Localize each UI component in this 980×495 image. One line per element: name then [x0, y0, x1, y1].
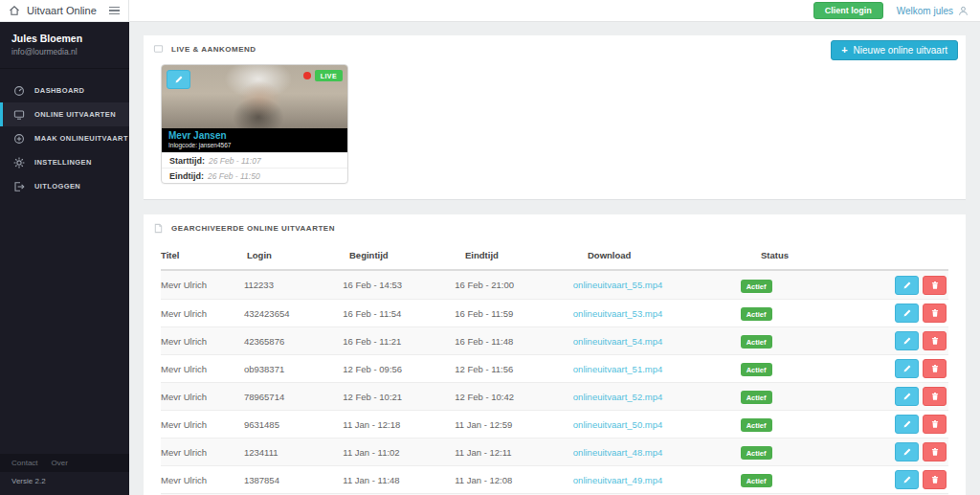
cell-login: 9631485 — [244, 419, 343, 430]
status-badge: Actief — [741, 474, 772, 487]
delete-button[interactable] — [923, 359, 947, 378]
user-block: Jules Bloemen info@lourmedia.nl — [0, 22, 129, 69]
plus-circle-icon — [13, 133, 25, 145]
delete-button[interactable] — [923, 331, 947, 350]
stream-thumbnail: LIVE — [162, 65, 347, 128]
stream-title: Mevr Jansen — [168, 130, 341, 141]
trash-icon — [930, 419, 940, 429]
column-header-login: Login — [247, 250, 349, 260]
delete-button[interactable] — [923, 387, 947, 406]
sign-out-icon — [13, 181, 25, 192]
sidebar-item-maak-onlineuitvaart[interactable]: MAAK ONLINEUITVAART — [0, 126, 129, 150]
status-badge: Actief — [741, 335, 772, 349]
start-time-row: Starttijd: 26 Feb - 11:07 — [162, 152, 347, 168]
stream-caption: Mevr Jansen Inlogcode: jansen4567 — [162, 128, 347, 152]
delete-button[interactable] — [923, 470, 947, 489]
pencil-icon — [902, 475, 912, 484]
sidebar-item-uitloggen[interactable]: UITLOGGEN — [0, 174, 129, 198]
download-link[interactable]: onlineuitvaart_53.mp4 — [573, 308, 662, 319]
trash-icon — [930, 475, 940, 484]
menu-toggle-icon[interactable] — [109, 7, 120, 15]
main-content: LIVE & AANKOMEND + Nieuwe online uitvaar… — [129, 22, 980, 495]
cell-begintijd: 16 Feb - 11:21 — [343, 336, 455, 347]
plus-icon: + — [841, 45, 847, 56]
sidebar-item-label: DASHBOARD — [34, 86, 84, 95]
user-menu[interactable]: Welkom jules — [897, 6, 969, 16]
delete-button[interactable] — [923, 415, 947, 434]
end-time-value: 26 Feb - 11:50 — [208, 171, 260, 181]
cell-login: 1234111 — [244, 447, 343, 458]
table-row: Mevr Ulrich ob938371 12 Feb - 09:56 12 F… — [161, 354, 948, 382]
download-link[interactable]: onlineuitvaart_49.mp4 — [573, 475, 662, 485]
new-online-uitvaart-button[interactable]: + Nieuwe online uitvaart — [831, 40, 958, 60]
footer-link-over[interactable]: Over — [52, 459, 68, 467]
cell-eindtijd: 11 Jan - 12:59 — [455, 419, 573, 430]
sidebar-item-instellingen[interactable]: INSTELLINGEN — [0, 150, 129, 174]
cell-titel: Mevr Ulrich — [161, 280, 244, 290]
delete-button[interactable] — [923, 304, 947, 323]
edit-button[interactable] — [895, 470, 919, 489]
status-badge: Actief — [741, 307, 772, 321]
pencil-icon — [902, 336, 912, 346]
pencil-icon — [902, 308, 912, 318]
cell-begintijd: 11 Jan - 11:02 — [343, 447, 455, 458]
archive-panel-title: GEARCHIVEERDE ONLINE UITVAARTEN — [171, 224, 335, 233]
pencil-icon — [902, 281, 912, 290]
end-time-row: Eindtijd: 26 Feb - 11:50 — [162, 168, 347, 183]
app-title: Uitvaart Online — [27, 5, 97, 16]
monitor-icon — [13, 109, 25, 121]
edit-button[interactable] — [895, 276, 919, 295]
status-badge: Actief — [741, 418, 772, 432]
cell-eindtijd: 11 Jan - 12:11 — [455, 447, 573, 458]
trash-icon — [930, 447, 940, 457]
download-link[interactable]: onlineuitvaart_48.mp4 — [573, 447, 662, 458]
cell-begintijd: 12 Feb - 10:21 — [343, 392, 455, 402]
trash-icon — [930, 281, 940, 290]
status-badge: Actief — [741, 446, 772, 460]
download-link[interactable]: onlineuitvaart_55.mp4 — [573, 280, 662, 290]
pencil-icon — [902, 392, 912, 401]
edit-button[interactable] — [895, 442, 919, 461]
file-icon — [153, 223, 164, 234]
cell-titel: Mevr Ulrich — [161, 419, 244, 430]
person-icon — [958, 6, 969, 16]
download-link[interactable]: onlineuitvaart_50.mp4 — [573, 419, 662, 430]
download-link[interactable]: onlineuitvaart_52.mp4 — [573, 392, 662, 402]
sidebar-item-online-uitvaarten[interactable]: ONLINE UITVAARTEN — [0, 102, 129, 126]
live-panel: LIVE & AANKOMEND + Nieuwe online uitvaar… — [144, 35, 966, 200]
cell-titel: Mevr Ulrich — [161, 364, 244, 374]
cell-begintijd: 11 Jan - 11:48 — [343, 475, 455, 485]
download-link[interactable]: onlineuitvaart_51.mp4 — [573, 364, 662, 374]
version-label: Versie 2.2 — [0, 472, 129, 495]
archive-table: TitelLoginBegintijdEindtijdDownloadStatu… — [144, 240, 966, 495]
cell-begintijd: 11 Jan - 12:18 — [343, 419, 455, 430]
footer-link-contact[interactable]: Contact — [11, 459, 38, 467]
sidebar-item-dashboard[interactable]: DASHBOARD — [0, 79, 129, 102]
edit-button[interactable] — [895, 415, 919, 434]
cell-titel: Mevr Ulrich — [161, 447, 244, 458]
home-icon — [9, 5, 20, 16]
brand-area: Uitvaart Online — [0, 0, 129, 21]
column-header-titel: Titel — [161, 250, 247, 260]
download-link[interactable]: onlineuitvaart_54.mp4 — [573, 336, 662, 347]
table-row: Mevr Ulrich 1387854 11 Jan - 11:48 11 Ja… — [161, 465, 948, 493]
sidebar-footer: ContactOver Versie 2.2 — [0, 454, 129, 495]
edit-button[interactable] — [895, 359, 919, 378]
sidebar-item-label: UITLOGGEN — [34, 182, 80, 191]
delete-button[interactable] — [923, 276, 947, 295]
status-badge: Actief — [741, 280, 772, 293]
edit-button[interactable] — [895, 387, 919, 406]
edit-stream-button[interactable] — [167, 70, 190, 89]
client-login-button[interactable]: Client login — [813, 2, 883, 19]
cell-titel: Mevr Ulrich — [161, 308, 244, 319]
user-name: Jules Bloemen — [11, 33, 118, 44]
display-icon — [153, 44, 164, 55]
delete-button[interactable] — [923, 442, 947, 461]
sidebar-footer-links: ContactOver — [0, 454, 129, 472]
edit-button[interactable] — [895, 331, 919, 350]
cell-eindtijd: 12 Feb - 10:42 — [455, 392, 573, 402]
stream-login-code: Inlogcode: jansen4567 — [168, 142, 341, 148]
edit-button[interactable] — [895, 304, 919, 323]
table-row: Mevr Ulrich 112233 16 Feb - 14:53 16 Feb… — [161, 271, 948, 299]
topbar: Uitvaart Online Client login Welkom jule… — [0, 0, 980, 22]
